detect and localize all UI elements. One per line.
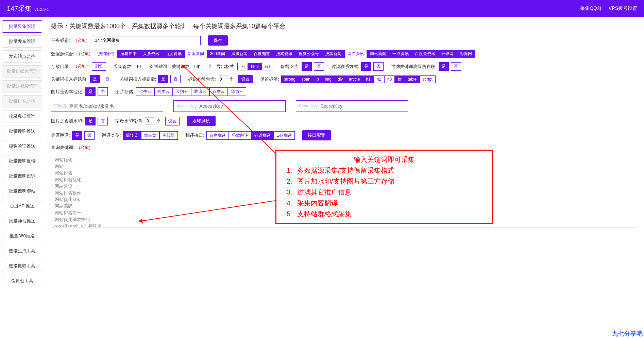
filter-kw-no[interactable]: 否 xyxy=(451,62,461,71)
provider-tag-2[interactable]: 又拍云 xyxy=(173,87,191,96)
source-tag-10[interactable]: 搜狐新闻 xyxy=(322,50,344,58)
insert-before-yes[interactable]: 是 xyxy=(90,75,100,83)
wm-rotate-input[interactable] xyxy=(145,117,155,125)
localize-yes[interactable]: 是 xyxy=(85,87,96,96)
secretkey-input[interactable] xyxy=(320,103,405,109)
html-tag-0[interactable]: strong xyxy=(281,75,299,83)
translate-type-1[interactable]: 简转繁 xyxy=(141,131,159,140)
sidebar-item-7[interactable]: 批量搜狗推送 xyxy=(2,125,42,137)
html-tag-7[interactable]: h2 xyxy=(374,75,384,83)
html-tag-1[interactable]: span xyxy=(299,75,313,83)
task-title-input[interactable] xyxy=(92,36,201,45)
sidebar-item-15[interactable]: 链接生成工具 xyxy=(2,245,42,257)
sidebar-item-17[interactable]: 伪原创工具 xyxy=(2,275,42,287)
source-tag-1[interactable]: 搜狗知乎 xyxy=(117,50,140,58)
browse-button[interactable]: 浏览 xyxy=(92,62,106,71)
sidebar-item-11[interactable]: 批量搜狗绑站 xyxy=(2,185,42,197)
app-version: v1.2.9.1 xyxy=(34,7,49,12)
sidebar-item-16[interactable]: 链接抓取工具 xyxy=(2,260,42,272)
sidebar-item-8[interactable]: 搜狗验证推送 xyxy=(2,140,42,152)
source-tag-9[interactable]: 搜狗公众号 xyxy=(295,50,322,58)
source-tag-5[interactable]: 360新闻 xyxy=(207,50,228,58)
provider-tag-5[interactable]: 华为云 xyxy=(228,87,246,96)
filter-kw-yes[interactable]: 是 xyxy=(439,62,449,71)
watermark-yes[interactable]: 是 xyxy=(85,117,96,125)
provider-tag-1[interactable]: 阿里云 xyxy=(154,87,173,96)
sidebar-item-14[interactable]: 批量360推送 xyxy=(2,230,42,242)
accesskey-prefix: AccessKey xyxy=(176,104,197,108)
format-tag-0[interactable]: txt xyxy=(237,63,248,70)
qq-group-link[interactable]: 采集QQ群 xyxy=(580,5,602,12)
watermark-no[interactable]: 否 xyxy=(98,117,108,125)
html-tag-4[interactable]: div xyxy=(335,75,346,83)
html-tag-11[interactable]: script xyxy=(420,75,436,83)
format-tag-1[interactable]: html xyxy=(248,63,262,70)
provider-tag-3[interactable]: 腾讯云 xyxy=(191,87,209,96)
localize-no[interactable]: 否 xyxy=(98,87,108,96)
source-tag-15[interactable]: 环球网 xyxy=(438,50,457,58)
source-tag-13[interactable]: 一点资讯 xyxy=(389,50,412,58)
html-tag-8[interactable]: h3 xyxy=(384,75,395,83)
source-tag-6[interactable]: 凤凰新闻 xyxy=(228,50,251,58)
filter-kw-label: 过滤关键词删除所在段: xyxy=(391,64,437,70)
count-input[interactable] xyxy=(135,63,148,70)
source-tag-7[interactable]: 百度知道 xyxy=(251,50,273,58)
translate-yes[interactable]: 是 xyxy=(72,131,82,140)
sidebar-item-9[interactable]: 批量搜狗反馈 xyxy=(2,155,42,167)
format-tag-2[interactable]: xxf xyxy=(262,63,273,70)
sidebar-item-1[interactable]: 批量发布管理 xyxy=(2,35,42,48)
keywords-textarea[interactable] xyxy=(51,153,637,227)
provider-tag-0[interactable]: 七牛云 xyxy=(136,87,154,96)
insert-after-yes[interactable]: 是 xyxy=(158,75,168,83)
must-set-button[interactable]: 设置 xyxy=(238,75,253,83)
translate-iface-3[interactable]: 147翻译 xyxy=(274,131,295,140)
html-tag-2[interactable]: p xyxy=(313,75,322,83)
wm-set-button[interactable]: 设置 xyxy=(165,117,180,125)
save-button[interactable]: 保存 xyxy=(208,35,228,46)
insert-after-no[interactable]: 否 xyxy=(170,75,181,83)
sidebar-item-4: 批量短视频管理 xyxy=(2,80,42,92)
html-tag-9[interactable]: br xyxy=(395,75,405,83)
translate-iface-1[interactable]: 谷歌翻译 xyxy=(229,131,251,140)
source-tag-8[interactable]: 搜狗资讯 xyxy=(273,50,295,58)
source-tag-2[interactable]: 头条资讯 xyxy=(140,50,162,58)
kw-count-input[interactable] xyxy=(193,63,206,70)
provider-tag-4[interactable]: 百度云 xyxy=(209,87,228,96)
translate-no[interactable]: 否 xyxy=(84,131,95,140)
sidebar-item-10[interactable]: 批量搜狗投诉 xyxy=(2,170,42,182)
keepimg-no[interactable]: 否 xyxy=(314,62,324,71)
accesskey-input[interactable] xyxy=(199,103,283,109)
filter-contact-no[interactable]: 否 xyxy=(373,62,384,71)
iface-config-button[interactable]: 接口配置 xyxy=(302,130,331,140)
source-tag-12[interactable]: 腾讯新闻 xyxy=(367,50,389,58)
must-contain-label: 标题必须包含: xyxy=(188,76,216,82)
html-tag-10[interactable]: table xyxy=(405,75,420,83)
insert-before-no[interactable]: 否 xyxy=(102,75,112,83)
source-tag-3[interactable]: 百度资讯 xyxy=(162,50,185,58)
html-tag-6[interactable]: h1 xyxy=(363,75,373,83)
translate-iface-0[interactable]: 百度翻译 xyxy=(206,131,229,140)
source-tag-0[interactable]: 搜狗微信 xyxy=(95,50,117,58)
source-tag-14[interactable]: 百度最资讯 xyxy=(412,50,438,58)
space-input[interactable] xyxy=(69,103,160,109)
sidebar-item-0[interactable]: 批量采集管理 xyxy=(2,20,42,33)
source-tag-11[interactable]: 网易资讯 xyxy=(344,50,367,58)
html-tag-3[interactable]: img xyxy=(322,75,335,83)
sidebar-item-12[interactable]: 百度API推送 xyxy=(2,200,42,212)
accesskey-input-wrap: AccessKey xyxy=(173,100,286,112)
translate-type-2[interactable]: 英转简 xyxy=(159,131,178,140)
header-right: 采集QQ群 VPS拨号设置 xyxy=(580,5,637,12)
must-contain-input[interactable] xyxy=(218,75,228,83)
source-tag-16[interactable]: 澎湃网 xyxy=(457,50,475,58)
html-tag-5[interactable]: article xyxy=(346,75,363,83)
keepimg-yes[interactable]: 是 xyxy=(302,62,312,71)
filter-contact-yes[interactable]: 是 xyxy=(361,62,371,71)
sidebar-item-13[interactable]: 批量神马推送 xyxy=(2,215,42,227)
translate-iface-2[interactable]: 有道翻译 xyxy=(251,131,274,140)
sidebar-item-2[interactable]: 发布站点监控 xyxy=(2,50,42,63)
sidebar-item-6[interactable]: 收录数据查询 xyxy=(2,110,42,122)
vps-settings-link[interactable]: VPS拨号设置 xyxy=(609,5,637,12)
watermark-test-button[interactable]: 水印测试 xyxy=(187,116,216,126)
translate-type-0[interactable]: 简转英 xyxy=(123,131,141,140)
source-tag-4[interactable]: 新浪新闻 xyxy=(185,50,207,58)
